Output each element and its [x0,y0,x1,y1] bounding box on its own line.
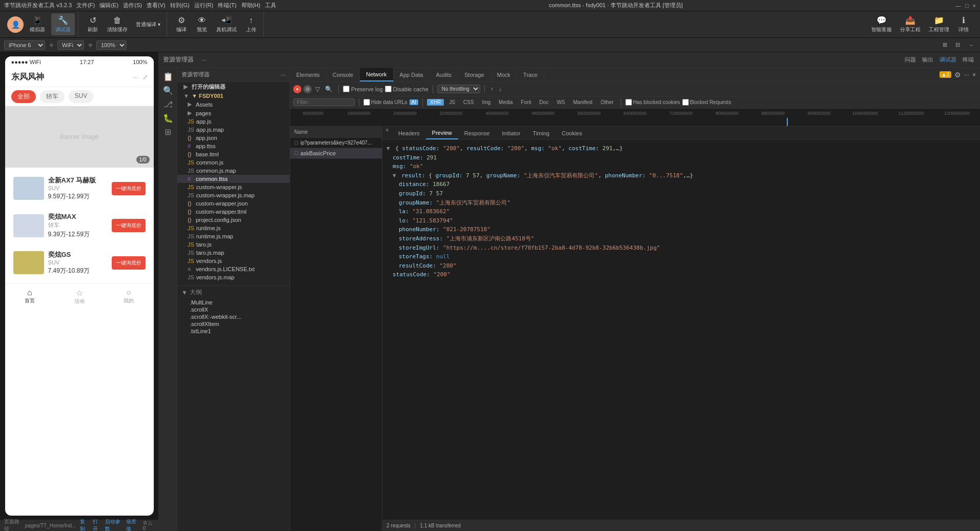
tab-storage[interactable]: Storage [458,68,491,81]
close-request-btn[interactable]: × [382,127,392,139]
ws-type-btn[interactable]: WS [554,99,568,106]
file-app-json[interactable]: {} app.json [177,134,290,142]
phone-expand-btn[interactable]: ⤢ [142,74,148,81]
nav-profile[interactable]: ○ 我的 [104,286,154,307]
zoom-selector[interactable]: 100% 75% [96,40,127,50]
ai-service-btn[interactable]: 💬 智能客服 [868,13,895,35]
recording-btn[interactable]: ● [293,85,301,93]
devtools-more-btn[interactable]: ··· [200,56,209,64]
file-vendors-js[interactable]: JS vendors.js [177,257,290,265]
project-manage-btn[interactable]: 📁 工程管理 [926,13,952,35]
hide-data-urls-label[interactable]: Hide data URLs [363,99,407,106]
blocked-cookies-cb[interactable] [625,99,632,106]
clear-network-btn[interactable]: ⊘ [303,85,312,93]
preserve-log-label[interactable]: Preserve log [343,86,383,92]
copy-btn[interactable]: 复制 [80,518,88,531]
filter-input[interactable] [293,98,355,106]
outline-item[interactable]: .scrollX [177,306,290,313]
assets-folder[interactable]: ▶ Assets [177,100,290,109]
js-type-btn[interactable]: JS [446,99,458,106]
preserve-log-checkbox[interactable] [343,86,350,92]
initiator-tab[interactable]: Initiator [496,127,526,139]
disable-cache-checkbox[interactable] [385,86,392,92]
tab-all[interactable]: 全部 [11,90,36,103]
tab-console[interactable]: Console [326,68,360,81]
refresh-btn[interactable]: ↺ 刷新 [84,13,102,35]
panel-more-btn[interactable]: ··· [964,71,969,78]
file-custom-wrapper-json[interactable]: {} custom-wrapper.json [177,199,290,208]
outline-item[interactable]: .scrollX:-webkit-scr... [177,313,290,320]
disable-cache-label[interactable]: Disable cache [385,86,428,92]
file-common-ttss[interactable]: # common.ttss [177,175,290,183]
tab-elements[interactable]: Elements [290,68,326,81]
file-taro-js-map[interactable]: JS taro.js.map [177,249,290,257]
open-btn[interactable]: 打开 [93,518,101,531]
sidebar-extensions-icon[interactable]: ⊞ [165,127,171,137]
minimize-btn[interactable]: — [955,3,961,9]
maximize-btn[interactable]: □ [965,3,969,9]
tab-network[interactable]: Network [360,68,393,81]
sidebar-explorer-icon[interactable]: 📋 [163,72,173,81]
panel-close-btn[interactable]: × [972,71,976,78]
manifest-type-btn[interactable]: Manifest [570,99,596,106]
file-app-ttss[interactable]: # app.ttss [177,142,290,150]
title-bar-controls[interactable]: — □ × [955,3,976,9]
xhr-type-btn[interactable]: XHR [427,99,444,106]
file-project-config[interactable]: {} project.config.json [177,216,290,224]
view-toggle-btn[interactable]: ⊞ [941,40,949,49]
terminal-btn[interactable]: 终端 [961,55,976,65]
user-avatar[interactable]: 👤 [7,16,24,33]
tab-audits[interactable]: Audits [430,68,458,81]
outline-item[interactable]: .MultLine [177,299,290,306]
file-app-js[interactable]: JS app.js [177,117,290,126]
nav-home[interactable]: ⌂ 首页 [5,286,55,307]
blocked-requests-cb[interactable] [682,99,689,106]
tab-sedan[interactable]: 轿车 [40,90,65,103]
request-item[interactable]: ☐ ip?parameters&key=927e407... [290,138,382,148]
explorer-more[interactable]: ··· [281,72,285,78]
startup-params-btn[interactable]: 启动参数 [105,518,122,531]
sidebar-git-icon[interactable]: ⎇ [164,99,173,109]
hide-data-urls-cb[interactable] [363,99,370,106]
outline-item[interactable]: .txtLine1 [177,328,290,335]
nav-activity[interactable]: ☆ 活动 [54,286,104,307]
inquiry-btn[interactable]: 一键询底价 [112,219,146,232]
file-base-ttml[interactable]: {} base.ttml [177,150,290,158]
doc-type-btn[interactable]: Doc [536,99,552,106]
css-type-btn[interactable]: CSS [460,99,477,106]
upload-filter-icon[interactable]: ↑ [489,85,495,94]
debugger-btn[interactable]: 🔧 调试器 [51,13,75,35]
issues-btn[interactable]: 问题 [903,55,918,65]
preview-tab[interactable]: Preview [426,127,458,139]
simulator-btn[interactable]: 📱 模拟器 [26,13,49,35]
timing-tab[interactable]: Timing [526,127,556,139]
project-folder[interactable]: ▼ ▼ FSDY001 [177,92,290,100]
expand-btn[interactable]: ⊟ [953,40,962,49]
clear-cache-btn[interactable]: 🗑 清除缓存 [104,14,131,35]
phone-more-btn[interactable]: ··· [133,74,138,81]
device-debug-btn[interactable]: 📲 真机调试 [213,13,240,35]
file-vendors-js-map[interactable]: JS vendors.js.map [177,273,290,281]
connection-selector[interactable]: WiFi 4G [57,40,84,50]
download-filter-icon[interactable]: ↓ [497,85,503,94]
pages-folder[interactable]: ▶ pages [177,109,290,117]
blocked-cookies-label[interactable]: Has blocked cookies [625,99,680,106]
file-runtime-js-map[interactable]: JS runtime.js.map [177,232,290,240]
cookies-tab[interactable]: Cookies [556,127,588,139]
sidebar-debug-icon[interactable]: 🐛 [163,113,173,123]
request-item[interactable]: ☐ askBasicPrice [290,148,382,159]
media-type-btn[interactable]: Media [496,99,516,106]
file-custom-wrapper-js-map[interactable]: JS custom-wrapper.js.map [177,191,290,199]
share-project-btn[interactable]: 📤 分享工程 [897,13,924,35]
preview-btn[interactable]: 👁 预览 [193,14,211,35]
blocked-requests-label[interactable]: Blocked Requests [682,99,731,106]
search-network-icon[interactable]: 🔍 [323,85,334,94]
tab-suv[interactable]: SUV [69,90,94,103]
sidebar-search-icon[interactable]: 🔍 [163,86,173,95]
file-custom-wrapper-js[interactable]: JS custom-wrapper.js [177,183,290,191]
inquiry-btn[interactable]: 一键询底价 [112,256,146,270]
output-btn[interactable]: 输出 [920,55,935,65]
scene-value-btn[interactable]: 场景值 [126,518,139,531]
file-runtime-js[interactable]: JS runtime.js [177,224,290,232]
navigate-btn[interactable]: → [966,41,976,49]
